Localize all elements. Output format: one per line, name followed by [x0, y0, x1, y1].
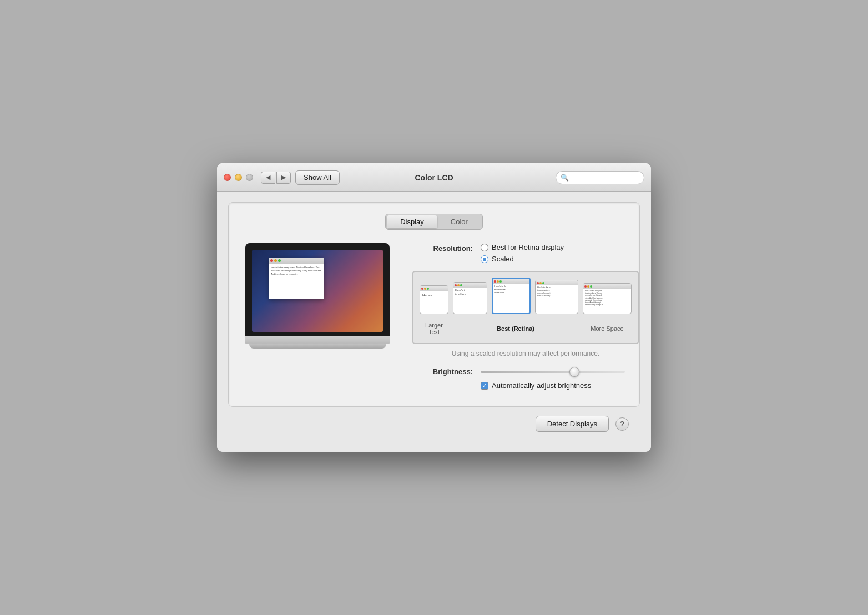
tab-display[interactable]: Display: [387, 215, 437, 228]
scale-preview-4: Here's to the crtroublemakers,ones who s…: [535, 280, 578, 314]
nav-buttons: ◀ ▶: [261, 172, 291, 184]
resolution-label: Resolution:: [412, 244, 473, 253]
macbook-container: Here's to the crazy ones. The troublemak…: [245, 243, 390, 349]
scale-option-3[interactable]: Here's to thtroublemakones who: [492, 278, 531, 316]
scale-tb-4: [536, 280, 578, 285]
main-window: ◀ ▶ Show All Color LCD 🔍 Display Color: [217, 163, 651, 452]
scale-label-best: Best (Retina): [497, 325, 534, 332]
scale-preview-2: Here's totroublem: [453, 282, 487, 314]
scale-label-1: Larger Text: [420, 322, 448, 335]
scale-tb-5: [583, 284, 631, 289]
radio-scaled-label: Scaled: [492, 255, 514, 263]
macbook-foot: [249, 344, 386, 349]
checkbox-row: ✓ Automatically adjust brightness: [481, 381, 639, 390]
screen-bezel: Here's to the crazy ones. The troublemak…: [245, 243, 390, 336]
scale-options-box: Here's: [412, 271, 639, 344]
forward-button[interactable]: ▶: [276, 172, 291, 184]
traffic-lights: [224, 174, 253, 181]
scale-dot-y-3: [497, 280, 499, 283]
resolution-row: Resolution: Best for Retina display Scal…: [412, 243, 639, 263]
screen-close-dot: [270, 259, 273, 262]
scale-dot-y-1: [424, 288, 426, 290]
auto-brightness-checkbox[interactable]: ✓: [481, 382, 488, 390]
scale-option-4[interactable]: Here's to the crtroublemakers,ones who s…: [535, 280, 578, 316]
scale-dot-g-2: [460, 284, 462, 286]
tab-group: Display Color: [385, 214, 483, 230]
scale-dot-r-3: [494, 280, 496, 283]
scale-dot-r-2: [455, 284, 457, 286]
performance-note: Using a scaled resolution may affect per…: [412, 350, 639, 357]
scale-tb-1: [420, 286, 448, 291]
screen-min-dot: [274, 259, 277, 262]
content-area: Display Color: [217, 192, 651, 452]
scale-dot-g-5: [590, 285, 592, 288]
brightness-thumb[interactable]: [569, 367, 579, 377]
bottom-bar: Detect Displays ?: [228, 407, 640, 441]
screen-max-dot: [278, 259, 281, 262]
radio-scaled-circle[interactable]: [481, 255, 488, 263]
settings-col: Resolution: Best for Retina display Scal…: [412, 243, 639, 390]
scale-dot-y-4: [539, 282, 542, 284]
screen-window-titlebar: [269, 258, 324, 264]
scale-line-left: [451, 325, 494, 325]
scale-labels-row: Larger Text Best (Retina) More Space: [420, 322, 632, 335]
help-button[interactable]: ?: [615, 417, 629, 431]
scale-dot-y-5: [587, 285, 589, 288]
scale-preview-5: Here's to the crazy onetroublemakers. Th…: [583, 283, 632, 314]
scale-tb-3: [493, 279, 529, 284]
radio-scaled[interactable]: Scaled: [481, 255, 564, 263]
back-button[interactable]: ◀: [261, 172, 275, 184]
screen-window: Here's to the crazy ones. The troublemak…: [269, 258, 324, 299]
scale-line-right: [537, 325, 581, 325]
brightness-row: Brightness:: [412, 367, 639, 376]
search-icon: 🔍: [561, 174, 569, 182]
scale-option-5[interactable]: Here's to the crazy onetroublemakers. Th…: [583, 283, 632, 316]
macbook-screen: Here's to the crazy ones. The troublemak…: [252, 250, 383, 332]
scale-dot-r-5: [584, 285, 587, 288]
main-row: Here's to the crazy ones. The troublemak…: [245, 243, 623, 390]
macbook-illustration: Here's to the crazy ones. The troublemak…: [245, 243, 390, 349]
minimize-button[interactable]: [235, 174, 242, 181]
inner-panel: Display Color: [228, 202, 640, 407]
scale-preview-3: Here's to thtroublemakones who: [492, 278, 531, 314]
radio-group: Best for Retina display Scaled: [481, 243, 564, 263]
titlebar: ◀ ▶ Show All Color LCD 🔍: [217, 163, 651, 192]
show-all-button[interactable]: Show All: [295, 170, 340, 185]
macbook-base: [245, 336, 390, 344]
radio-best-retina-label: Best for Retina display: [492, 243, 564, 251]
auto-brightness-label: Automatically adjust brightness: [492, 381, 591, 390]
scale-options: Here's: [420, 278, 632, 316]
scale-content-4: Here's to the crtroublemakers,ones who s…: [536, 285, 578, 299]
tab-bar: Display Color: [245, 214, 623, 230]
scale-option-2[interactable]: Here's totroublem: [453, 282, 487, 316]
tab-color[interactable]: Color: [437, 215, 481, 228]
radio-best-retina-circle[interactable]: [481, 244, 488, 251]
brightness-slider[interactable]: [481, 371, 625, 373]
radio-best-retina[interactable]: Best for Retina display: [481, 243, 564, 251]
scale-tb-2: [453, 283, 487, 288]
scale-content-5: Here's to the crazy onetroublemakers. Th…: [583, 289, 631, 307]
window-title: Color LCD: [415, 173, 453, 182]
close-button[interactable]: [224, 174, 231, 181]
search-box[interactable]: 🔍: [556, 171, 644, 184]
scale-preview-1: Here's: [420, 285, 448, 314]
maximize-button[interactable]: [246, 174, 253, 181]
scale-option-1[interactable]: Here's: [420, 285, 448, 316]
scale-content-1: Here's: [420, 291, 448, 300]
scale-content-2: Here's totroublem: [453, 288, 487, 298]
scale-dot-g-1: [427, 288, 429, 290]
detect-displays-button[interactable]: Detect Displays: [536, 416, 609, 432]
scale-dot-g-4: [542, 282, 544, 284]
screen-content: Here's to the crazy ones. The troublemak…: [269, 264, 324, 278]
brightness-label: Brightness:: [412, 367, 473, 376]
scale-label-5: More Space: [583, 325, 632, 332]
scale-dot-y-2: [457, 284, 460, 286]
scale-content-3: Here's to thtroublemakones who: [493, 284, 529, 295]
scale-dot-g-3: [499, 280, 502, 283]
scale-dot-r-4: [537, 282, 539, 284]
scale-dot-r-1: [421, 288, 423, 290]
search-input[interactable]: [571, 174, 639, 182]
